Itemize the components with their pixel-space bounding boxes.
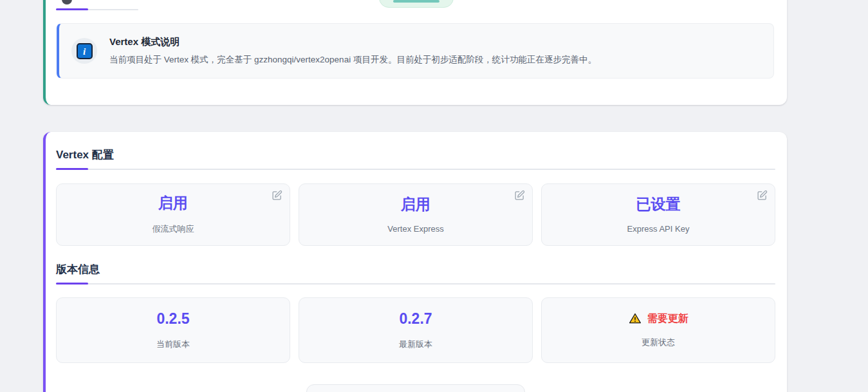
config-stats-row: 启用 假流式响应 启用 Vertex Express: [56, 183, 775, 246]
section-underline: [56, 9, 138, 10]
section-title-version-info: 版本信息: [56, 262, 100, 277]
stat-value: 启用: [158, 194, 188, 211]
section-title-vertex-config: Vertex 配置: [56, 147, 114, 162]
stat-label: 更新状态: [642, 337, 675, 348]
stat-value: 已设置: [636, 196, 681, 212]
section-underline: [56, 169, 775, 170]
info-icon: i: [71, 38, 97, 64]
stat-label: Express API Key: [627, 224, 690, 234]
stat-value: 0.2.7: [399, 310, 432, 327]
stat-card-latest-version: 0.2.7 最新版本: [299, 297, 533, 363]
stat-label: 最新版本: [399, 339, 432, 350]
section-underline: [56, 283, 775, 285]
edit-icon[interactable]: [757, 190, 768, 201]
stat-card-express-api-key: 已设置 Express API Key: [541, 183, 775, 246]
version-stats-row: 0.2.5 当前版本 0.2.7 最新版本 需要更新 更新状态: [56, 297, 775, 363]
notice-title: Vertex 模式说明: [109, 36, 596, 48]
stat-card-current-version: 0.2.5 当前版本: [56, 297, 290, 363]
edit-icon[interactable]: [272, 190, 282, 201]
stat-card-vertex-express: 启用 Vertex Express: [299, 183, 533, 246]
stat-card-update-status: 需要更新 更新状态: [541, 297, 775, 363]
stat-value: 0.2.5: [156, 310, 189, 327]
update-status-text: 需要更新: [647, 313, 688, 324]
warning-icon: [629, 312, 642, 325]
stat-label: 假流式响应: [152, 223, 194, 235]
vertex-mode-notice: i Vertex 模式说明 当前项目处于 Vertex 模式，完全基于 gzzh…: [57, 23, 774, 79]
mode-card: i Vertex 模式说明 当前项目处于 Vertex 模式，完全基于 gzzh…: [43, 0, 787, 105]
stat-label: Vertex Express: [387, 224, 443, 234]
stat-card-fake-stream: 启用 假流式响应: [56, 183, 290, 246]
notice-body: 当前项目处于 Vertex 模式，完全基于 gzzhongqi/vertex2o…: [109, 54, 596, 66]
page: i Vertex 模式说明 当前项目处于 Vertex 模式，完全基于 gzzh…: [0, 0, 868, 392]
edit-icon[interactable]: [514, 190, 525, 201]
vertex-config-card: Vertex 配置 启用 假流式响应: [43, 132, 787, 392]
stat-label: 当前版本: [156, 339, 190, 350]
section-title-emoji-icon: [62, 0, 72, 5]
stat-value-warning: 需要更新: [629, 312, 688, 325]
stat-value: 启用: [401, 196, 430, 212]
status-pill[interactable]: [379, 0, 454, 8]
bottom-partial-card[interactable]: [306, 384, 525, 392]
status-pill-label: [393, 0, 439, 3]
notice-text: Vertex 模式说明 当前项目处于 Vertex 模式，完全基于 gzzhon…: [109, 36, 596, 66]
